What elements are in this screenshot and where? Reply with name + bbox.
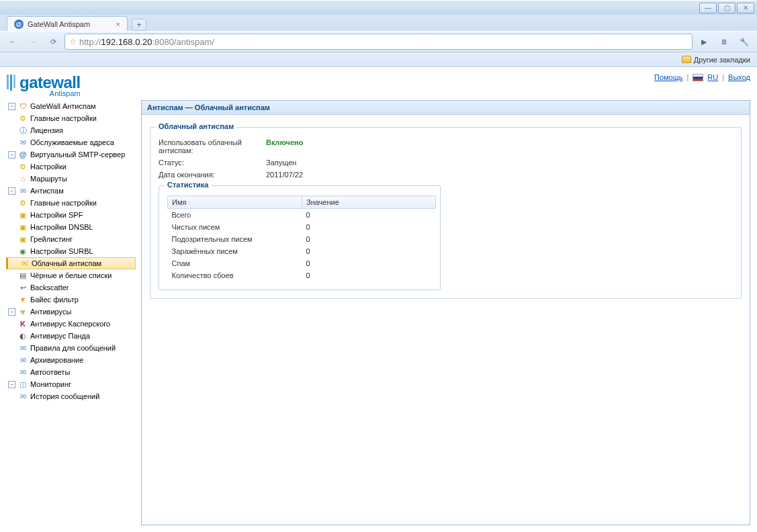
tree-as-greylisting[interactable]: ▣Грейлистинг bbox=[7, 233, 136, 245]
browser-tab[interactable]: @ GateWall Antispam × bbox=[7, 16, 128, 31]
rules-icon: ✉ bbox=[17, 343, 28, 353]
tree-av-panda[interactable]: ◐Антивирус Панда bbox=[7, 330, 136, 342]
cloud-legend: Облачный антиспам bbox=[156, 122, 236, 130]
main-panel: Антиспам — Облачный антиспам Облачный ан… bbox=[141, 100, 750, 525]
use-cloud-value: Включено bbox=[266, 138, 303, 154]
cloud-fieldset: Облачный антиспам Использовать облачный … bbox=[150, 127, 742, 299]
folder-icon: ▣ bbox=[17, 234, 28, 244]
arrow-icon: ↩ bbox=[17, 283, 28, 292]
collapse-icon[interactable]: − bbox=[8, 308, 15, 316]
list-icon: ▤ bbox=[17, 271, 28, 280]
url-bar[interactable]: ☆ http://192.168.0.20:8080/antispam/ bbox=[64, 34, 693, 50]
url-text: http://192.168.0.20:8080/antispam/ bbox=[79, 37, 214, 47]
monitor-icon: ◫ bbox=[17, 380, 28, 389]
col-value-header: Значение bbox=[302, 196, 436, 209]
tree-as-main[interactable]: ⚙Главные настройки bbox=[7, 197, 136, 209]
browser-tabbar: @ GateWall Antispam × + bbox=[0, 15, 757, 31]
app-logo: gatewall Antispam bbox=[7, 73, 81, 97]
tree-rules[interactable]: ✉Правила для сообщений bbox=[7, 342, 136, 354]
tree-root[interactable]: − 🛡 GateWall Антиспам bbox=[7, 100, 136, 112]
maximize-button[interactable]: ▢ bbox=[718, 3, 736, 13]
expiry-value: 2011/07/22 bbox=[266, 171, 303, 179]
tree-main-settings[interactable]: ⚙Главные настройки bbox=[7, 112, 136, 124]
use-cloud-label: Использовать облачный антиспам: bbox=[159, 138, 266, 154]
folder-icon bbox=[682, 56, 691, 63]
mail-icon: ✉ bbox=[17, 138, 28, 147]
stats-fieldset: Статистика Имя Значение Всего0 Чистых пи… bbox=[159, 185, 441, 290]
forward-button[interactable]: → bbox=[24, 34, 42, 50]
kaspersky-icon: K bbox=[17, 319, 28, 328]
tree-as-cloud[interactable]: ✉Облачный антиспам bbox=[6, 257, 136, 269]
settings-button[interactable]: 🔧 bbox=[736, 34, 753, 50]
new-tab-button[interactable]: + bbox=[132, 19, 146, 31]
table-row: Спам0 bbox=[168, 257, 436, 269]
page-menu-button[interactable]: 🗎 bbox=[715, 34, 733, 50]
back-button[interactable]: ← bbox=[4, 34, 21, 50]
at-icon: @ bbox=[17, 150, 28, 159]
gear-icon: ⚙ bbox=[17, 162, 28, 171]
gear-icon: ⚙ bbox=[17, 114, 28, 123]
shield-icon: 🛡 bbox=[17, 101, 28, 111]
window-titlebar: — ▢ ✕ bbox=[0, 0, 757, 15]
go-button[interactable]: ▶ bbox=[695, 34, 713, 50]
table-row: Подозрительных писем0 bbox=[168, 233, 436, 245]
favicon-icon: @ bbox=[14, 19, 24, 29]
globe-icon: ◉ bbox=[17, 247, 28, 256]
tree-addresses[interactable]: ✉Обслуживаемые адреса bbox=[7, 136, 136, 148]
logo-bars-icon bbox=[7, 75, 15, 91]
tree-as-bayes[interactable]: ▼Байес фильтр bbox=[7, 294, 136, 306]
home-icon: ⌂ bbox=[17, 174, 28, 183]
breadcrumb: Антиспам — Облачный антиспам bbox=[142, 101, 750, 115]
expiry-label: Дата окончания: bbox=[159, 171, 266, 179]
tree-history[interactable]: ✉История сообщений bbox=[7, 390, 136, 402]
table-row: Всего0 bbox=[168, 209, 436, 222]
reload-button[interactable]: ⟳ bbox=[44, 34, 62, 50]
tree-as-spf[interactable]: ▣Настройки SPF bbox=[7, 209, 136, 221]
tree-archiving[interactable]: ✉Архивирование bbox=[7, 354, 136, 366]
collapse-icon[interactable]: − bbox=[8, 151, 15, 159]
autoreply-icon: ✉ bbox=[17, 367, 28, 377]
table-row: Чистых писем0 bbox=[168, 221, 436, 233]
stats-table: Имя Значение Всего0 Чистых писем0 Подозр… bbox=[167, 195, 436, 281]
tree-smtp-routes[interactable]: ⌂Маршруты bbox=[7, 173, 136, 185]
sidebar: − 🛡 GateWall Антиспам ⚙Главные настройки… bbox=[7, 100, 136, 525]
table-row: Заражённых писем0 bbox=[168, 245, 436, 257]
collapse-icon[interactable]: − bbox=[8, 381, 15, 388]
help-link[interactable]: Помощь bbox=[654, 73, 683, 81]
logout-link[interactable]: Выход bbox=[728, 73, 750, 81]
bookmark-bar: Другие закладки bbox=[0, 52, 757, 67]
bookmark-star-icon[interactable]: ☆ bbox=[69, 37, 77, 46]
tab-close-icon[interactable]: × bbox=[116, 20, 120, 28]
tree-monitoring[interactable]: − ◫ Мониторинг bbox=[7, 378, 136, 390]
close-button[interactable]: ✕ bbox=[737, 3, 754, 13]
tab-title: GateWall Antispam bbox=[28, 20, 90, 28]
tree-antivirus[interactable]: − ☣ Антивирусы bbox=[7, 306, 136, 318]
stats-legend: Статистика bbox=[165, 181, 212, 189]
tree-as-dnsbl[interactable]: ▣Настройки DNSBL bbox=[7, 221, 136, 233]
tree-av-kaspersky[interactable]: KАнтивирус Касперского bbox=[7, 318, 136, 330]
history-icon: ✉ bbox=[17, 392, 28, 401]
cloud-icon: ✉ bbox=[19, 259, 30, 268]
tree-as-surbl[interactable]: ◉Настройки SURBL bbox=[7, 245, 136, 257]
flag-ru-icon bbox=[693, 74, 703, 81]
tree-antispam[interactable]: − ✉ Антиспам bbox=[7, 185, 136, 197]
tree-autoreply[interactable]: ✉Автоответы bbox=[7, 366, 136, 378]
table-row: Количество сбоев0 bbox=[168, 269, 436, 281]
minimize-button[interactable]: — bbox=[699, 3, 717, 13]
collapse-icon[interactable]: − bbox=[8, 103, 15, 110]
browser-toolbar: ← → ⟳ ☆ http://192.168.0.20:8080/antispa… bbox=[0, 31, 757, 52]
other-bookmarks-link[interactable]: Другие закладки bbox=[694, 56, 750, 64]
gear-icon: ⚙ bbox=[17, 198, 28, 208]
collapse-icon[interactable]: − bbox=[8, 187, 15, 195]
panda-icon: ◐ bbox=[17, 331, 28, 341]
tree-smtp-settings[interactable]: ⚙Настройки bbox=[7, 161, 136, 173]
archive-icon: ✉ bbox=[17, 355, 28, 365]
tree-as-bwlists[interactable]: ▤Чёрные и белые списки bbox=[7, 269, 136, 281]
tree-smtp[interactable]: − @ Виртуальный SMTP-сервер bbox=[7, 148, 136, 161]
col-name-header: Имя bbox=[168, 196, 302, 209]
folder-icon: ▣ bbox=[17, 210, 28, 220]
lang-link[interactable]: RU bbox=[707, 73, 718, 81]
virus-icon: ☣ bbox=[17, 307, 28, 316]
tree-as-backscatter[interactable]: ↩Backscatter bbox=[7, 281, 136, 294]
tree-license[interactable]: ⓘЛицензия bbox=[7, 124, 136, 136]
